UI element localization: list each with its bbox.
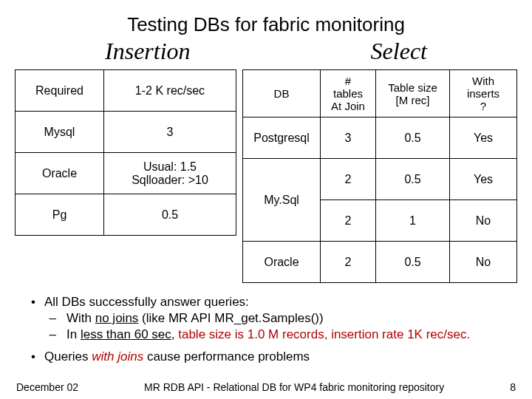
cell-rate-oracle-loader: Sqlloader: >10 bbox=[110, 174, 230, 187]
table-row: DB # tables At Join Table size [M rec] W… bbox=[243, 70, 517, 117]
cell-size: 1 bbox=[376, 200, 450, 242]
bullet-text: Queries with joins cause performance pro… bbox=[44, 349, 517, 364]
table-row: Postgresql 3 0.5 Yes bbox=[243, 117, 517, 159]
cell-inserts: No bbox=[450, 200, 517, 242]
bullet-marker: – bbox=[15, 327, 66, 342]
table-row: Pg 0.5 bbox=[16, 194, 236, 236]
table-row: My.Sql 2 0.5 Yes bbox=[243, 159, 517, 200]
red-text: table size is 1.0 M records, insertion r… bbox=[178, 327, 470, 341]
col-header-rate: 1-2 K rec/sec bbox=[104, 70, 236, 112]
footer-date: December 02 bbox=[16, 381, 78, 393]
bullet-line: – In less than 60 sec, table size is 1.0… bbox=[15, 327, 517, 342]
underline-text: no joins bbox=[95, 311, 139, 325]
cell-db-oracle2: Oracle bbox=[243, 242, 321, 283]
cell-tables: 2 bbox=[321, 159, 376, 200]
table-row: Oracle 2 0.5 No bbox=[243, 242, 517, 283]
cell-db-mysql2: My.Sql bbox=[243, 159, 321, 242]
insertion-table: Required 1-2 K rec/sec Mysql 3 Oracle Us… bbox=[15, 69, 236, 236]
col-header-inserts: With inserts ? bbox=[450, 70, 517, 117]
red-italic-text: with joins bbox=[92, 349, 143, 364]
cell-rate-oracle-usual: Usual: 1.5 bbox=[110, 160, 230, 174]
bullet-line: • All DBs successfully answer queries: bbox=[15, 295, 517, 310]
bullet-line: • Queries with joins cause performance p… bbox=[15, 349, 517, 364]
table-row: Mysql 3 bbox=[16, 112, 236, 153]
cell-inserts: Yes bbox=[450, 117, 517, 159]
footer-pagenum: 8 bbox=[510, 381, 516, 393]
bullet-line: – With no joins (like MR API MR_get.Samp… bbox=[15, 311, 517, 326]
cell-rate-mysql: 3 bbox=[104, 112, 236, 153]
select-table: DB # tables At Join Table size [M rec] W… bbox=[242, 69, 517, 283]
cell-db-oracle: Oracle bbox=[16, 153, 104, 194]
col-header-tablesize: Table size [M rec] bbox=[376, 70, 450, 117]
table-row: Oracle Usual: 1.5 Sqlloader: >10 bbox=[16, 153, 236, 194]
slide-footer: December 02 MR RDB API - Relational DB f… bbox=[0, 381, 532, 393]
cell-size: 0.5 bbox=[376, 117, 450, 159]
bullet-marker: • bbox=[15, 295, 44, 310]
cell-db-postgresql: Postgresql bbox=[243, 117, 321, 159]
cell-rate-pg: 0.5 bbox=[104, 194, 236, 236]
cell-inserts: Yes bbox=[450, 159, 517, 200]
subtitle-left: Insertion bbox=[105, 38, 191, 65]
cell-inserts: No bbox=[450, 242, 517, 283]
underline-text: less than 60 sec bbox=[81, 327, 171, 341]
bullet-text: With no joins (like MR API MR_get.Sample… bbox=[66, 311, 517, 326]
cell-tables: 2 bbox=[321, 200, 376, 242]
col-header-tables: # tables At Join bbox=[321, 70, 376, 117]
table-row: Required 1-2 K rec/sec bbox=[16, 70, 236, 112]
cell-tables: 2 bbox=[321, 242, 376, 283]
cell-db-pg: Pg bbox=[16, 194, 104, 236]
bullets: • All DBs successfully answer queries: –… bbox=[15, 295, 517, 364]
col-header-db: DB bbox=[243, 70, 321, 117]
slide-subtitles: Insertion Select bbox=[15, 38, 517, 65]
slide: Testing DBs for fabric monitoring Insert… bbox=[0, 0, 532, 399]
cell-size: 0.5 bbox=[376, 159, 450, 200]
subtitle-right: Select bbox=[371, 38, 427, 65]
slide-title: Testing DBs for fabric monitoring bbox=[15, 13, 517, 36]
tables-row: Required 1-2 K rec/sec Mysql 3 Oracle Us… bbox=[15, 69, 517, 283]
bullet-text: In less than 60 sec, table size is 1.0 M… bbox=[66, 327, 517, 342]
bullet-marker: • bbox=[15, 349, 44, 364]
col-header-required: Required bbox=[16, 70, 104, 112]
bullet-marker: – bbox=[15, 311, 66, 326]
footer-center: MR RDB API - Relational DB for WP4 fabri… bbox=[144, 381, 444, 393]
cell-size: 0.5 bbox=[376, 242, 450, 283]
bullet-text: All DBs successfully answer queries: bbox=[44, 295, 517, 310]
cell-tables: 3 bbox=[321, 117, 376, 159]
cell-db-mysql: Mysql bbox=[16, 112, 104, 153]
cell-rate-oracle: Usual: 1.5 Sqlloader: >10 bbox=[104, 153, 236, 194]
